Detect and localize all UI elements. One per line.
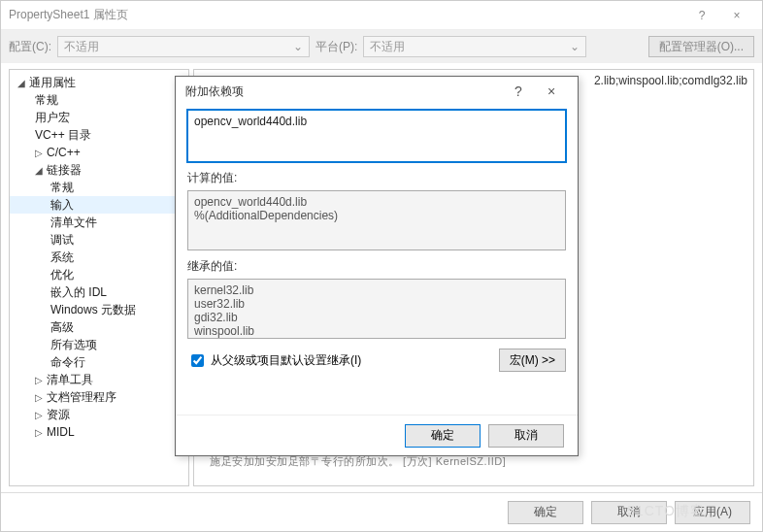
config-manager-button[interactable]: 配置管理器(O)... [648, 36, 754, 57]
tree-item[interactable]: ▷资源 [10, 406, 188, 423]
arrow-down-icon: ◢ [33, 165, 45, 176]
tree-item[interactable]: ▷清单工具 [10, 371, 188, 388]
dialog-ok-button[interactable]: 确定 [405, 424, 481, 448]
platform-combo[interactable]: 不适用 ⌄ [363, 36, 586, 57]
tree-item[interactable]: 高级 [10, 318, 188, 336]
watermark: 51CTO博客 [627, 503, 705, 520]
inherit-row: 从父级或项目默认设置继承(I) 宏(M) >> [187, 349, 566, 372]
tree-item[interactable]: 嵌入的 IDL [10, 283, 188, 301]
tree-item[interactable]: ▷文档管理程序 [10, 388, 188, 406]
config-combo[interactable]: 不适用 ⌄ [57, 36, 310, 57]
arrow-right-icon: ▷ [33, 375, 45, 385]
tree[interactable]: ◢通用属性 常规 用户宏 VC++ 目录 ▷C/C++ ◢链接器 常规 输入 清… [9, 69, 189, 486]
tree-item[interactable]: 命令行 [10, 353, 188, 371]
tree-item[interactable]: Windows 元数据 [10, 301, 188, 318]
arrow-right-icon: ▷ [33, 410, 45, 420]
tree-item[interactable]: 调试 [10, 231, 188, 249]
titlebar: PropertySheet1 属性页 ? × [1, 1, 762, 30]
tree-item[interactable]: 常规 [10, 179, 188, 196]
arrow-down-icon: ◢ [16, 78, 27, 88]
tree-item[interactable]: 优化 [10, 266, 188, 283]
inherit-checkbox-label[interactable]: 从父级或项目默认设置继承(I) [187, 351, 491, 370]
platform-label: 平台(P): [315, 39, 357, 55]
platform-value: 不适用 [370, 39, 405, 55]
tree-item[interactable]: 系统 [10, 249, 188, 266]
tree-item[interactable]: 常规 [10, 91, 188, 109]
dependency-path-overflow: 2.lib;winspool.lib;comdlg32.lib [594, 74, 747, 87]
dialog-cancel-button[interactable]: 取消 [488, 424, 564, 448]
close-icon[interactable]: × [535, 83, 568, 99]
dialog-titlebar: 附加依赖项 ? × [176, 77, 578, 106]
hint-text: 施足安加加安加足部〒专行的所加次。 [万次] KernelSZ.IID] [210, 454, 506, 469]
dialog-footer: 确定 取消 [176, 415, 578, 455]
chevron-down-icon: ⌄ [293, 40, 303, 53]
dialog-title: 附加依赖项 [185, 83, 502, 100]
config-value: 不适用 [64, 39, 99, 55]
close-icon[interactable]: × [719, 9, 754, 22]
inherited-label: 继承的值: [187, 258, 566, 275]
tree-item[interactable]: 所有选项 [10, 336, 188, 353]
dialog-body: 计算的值: 继承的值: 从父级或项目默认设置继承(I) 宏(M) >> [176, 106, 578, 415]
tree-item-linker[interactable]: ◢链接器 [10, 161, 188, 179]
window-title: PropertySheet1 属性页 [9, 7, 684, 23]
tree-item-input[interactable]: 输入 [10, 196, 188, 214]
arrow-right-icon: ▷ [33, 392, 45, 403]
ok-button[interactable]: 确定 [508, 501, 583, 524]
additional-dependencies-dialog: 附加依赖项 ? × 计算的值: 继承的值: 从父级或项目默认设置继承(I) 宏(… [175, 76, 579, 456]
inherit-text: 从父级或项目默认设置继承(I) [211, 352, 361, 369]
calculated-values [187, 190, 566, 250]
tree-item-cc[interactable]: ▷C/C++ [10, 144, 188, 161]
help-icon[interactable]: ? [684, 9, 719, 22]
help-icon[interactable]: ? [502, 83, 535, 99]
arrow-right-icon: ▷ [33, 427, 45, 438]
dependencies-input[interactable] [187, 110, 566, 162]
tree-item[interactable]: 用户宏 [10, 109, 188, 126]
tree-item[interactable]: 清单文件 [10, 214, 188, 231]
chevron-down-icon: ⌄ [570, 40, 580, 53]
tree-item[interactable]: ▷MIDL [10, 423, 188, 441]
inherit-checkbox[interactable] [191, 354, 204, 367]
inherited-values [187, 279, 566, 339]
tree-root[interactable]: ◢通用属性 [10, 74, 188, 91]
macros-button[interactable]: 宏(M) >> [499, 349, 566, 372]
calculated-label: 计算的值: [187, 170, 566, 186]
arrow-right-icon: ▷ [33, 148, 45, 158]
tree-item[interactable]: VC++ 目录 [10, 126, 188, 144]
toolbar: 配置(C): 不适用 ⌄ 平台(P): 不适用 ⌄ 配置管理器(O)... [1, 30, 762, 63]
config-label: 配置(C): [9, 39, 51, 55]
